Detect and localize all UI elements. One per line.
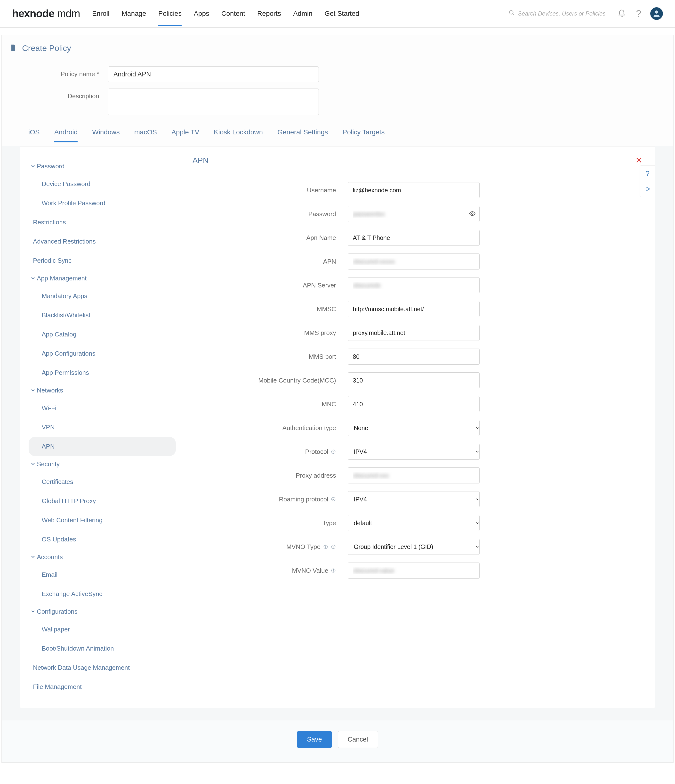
input-username[interactable] [348,182,479,198]
select-roaming-protocol[interactable]: IPV4 [348,491,479,507]
tab-general[interactable]: General Settings [277,124,328,142]
sidebar-group-configurations[interactable]: Configurations [29,604,176,620]
sidebar-item-wifi[interactable]: Wi-Fi [29,398,176,418]
input-apn[interactable] [348,254,479,269]
svg-point-0 [509,11,513,14]
save-button[interactable]: Save [297,731,332,748]
input-mnc[interactable] [348,396,479,412]
search-input[interactable] [518,10,610,17]
description-label: Description [13,89,108,100]
sidebar-item-periodic-sync[interactable]: Periodic Sync [29,251,176,270]
notifications-icon[interactable] [616,8,627,19]
sidebar-item-apn[interactable]: APN [29,437,176,456]
tab-appletv[interactable]: Apple TV [171,124,199,142]
panel-expand-icon[interactable] [640,181,655,197]
sidebar-item-email[interactable]: Email [29,565,176,584]
footer-bar: Save Cancel [2,720,673,762]
tab-windows[interactable]: Windows [92,124,120,142]
sidebar-item-app-catalog[interactable]: App Catalog [29,325,176,344]
svg-line-1 [512,14,514,15]
main-nav: Enroll Manage Policies Apps Content Repo… [92,1,359,26]
input-mms-proxy[interactable] [348,325,479,341]
sidebar-item-app-permissions[interactable]: App Permissions [29,363,176,382]
chevron-down-icon [31,460,36,468]
sidebar-item-exchange[interactable]: Exchange ActiveSync [29,584,176,604]
svg-point-9 [325,546,326,546]
sidebar-group-label: Security [37,460,60,468]
eye-icon[interactable] [469,210,476,218]
policy-name-input[interactable] [108,67,319,82]
label-password: Password [207,210,348,218]
sidebar-group-accounts[interactable]: Accounts [29,549,176,565]
sidebar-item-vpn[interactable]: VPN [29,418,176,437]
select-auth-type[interactable]: None [348,420,479,436]
cancel-button[interactable]: Cancel [338,731,378,748]
sidebar-group-app-management[interactable]: App Management [29,270,176,286]
nav-reports[interactable]: Reports [257,1,281,26]
sidebar-item-advanced-restrictions[interactable]: Advanced Restrictions [29,232,176,251]
side-tools: ? [639,165,655,197]
nav-apps[interactable]: Apps [194,1,209,26]
chevron-down-icon [31,387,36,394]
input-mcc[interactable] [348,372,479,388]
help-icon[interactable]: ? [633,8,644,19]
tab-macos[interactable]: macOS [134,124,157,142]
chevron-down-icon [31,553,36,561]
sidebar-group-label: Configurations [37,608,78,615]
svg-point-6 [332,498,335,501]
input-password[interactable] [348,206,479,222]
tab-android[interactable]: Android [54,124,78,142]
sidebar-item-mandatory-apps[interactable]: Mandatory Apps [29,286,176,306]
sidebar-item-work-profile-password[interactable]: Work Profile Password [29,194,176,213]
sidebar-group-password[interactable]: Password [29,158,176,174]
nav-content[interactable]: Content [221,1,245,26]
close-icon[interactable]: ✕ [635,155,642,165]
input-proxy-address[interactable] [348,467,479,484]
nav-manage[interactable]: Manage [122,1,146,26]
nav-get-started[interactable]: Get Started [325,1,359,26]
sidebar-item-device-password[interactable]: Device Password [29,174,176,194]
tab-targets[interactable]: Policy Targets [343,124,385,142]
sidebar-group-networks[interactable]: Networks [29,382,176,398]
content-wrap: Password Device Password Work Profile Pa… [20,146,655,708]
tab-ios[interactable]: iOS [28,124,40,142]
label-protocol: Protocol [207,448,348,456]
input-mvno-value[interactable] [348,563,479,579]
sidebar-item-app-configurations[interactable]: App Configurations [29,344,176,363]
label-mms-port: MMS port [207,353,348,361]
select-type[interactable]: default [348,515,479,531]
sidebar-item-web-filter[interactable]: Web Content Filtering [29,510,176,530]
input-mmsc[interactable] [348,301,479,317]
sidebar-item-http-proxy[interactable]: Global HTTP Proxy [29,492,176,510]
sidebar-item-boot-animation[interactable]: Boot/Shutdown Animation [29,639,176,658]
checkmark-icon [331,449,336,454]
form-panel: APN ✕ ? Username Password [180,146,655,708]
sidebar-group-security[interactable]: Security [29,456,176,472]
nav-admin[interactable]: Admin [293,1,312,26]
panel-help-icon[interactable]: ? [640,166,655,181]
select-protocol[interactable]: IPV4 [348,444,479,460]
sidebar-item-wallpaper[interactable]: Wallpaper [29,620,176,639]
nav-enroll[interactable]: Enroll [92,1,110,26]
input-apn-name[interactable] [348,230,479,246]
select-mvno-type[interactable]: Group Identifier Level 1 (GID) [348,539,479,555]
label-mvno-type: MVNO Type [207,543,348,551]
sidebar-item-network-data[interactable]: Network Data Usage Management [29,658,176,677]
sidebar-item-file-management[interactable]: File Management [29,677,176,697]
sidebar-group-label: Networks [37,387,63,394]
sidebar-item-restrictions[interactable]: Restrictions [29,213,176,232]
policy-sidebar: Password Device Password Work Profile Pa… [20,146,180,708]
input-mms-port[interactable] [348,348,479,365]
tab-kiosk[interactable]: Kiosk Lockdown [214,124,263,142]
input-apn-server[interactable] [348,277,479,293]
sidebar-item-blacklist[interactable]: Blacklist/Whitelist [29,306,176,325]
form-rows: Username Password Apn Name APN APN Serve… [192,182,642,579]
avatar[interactable] [650,7,663,20]
logo-light: mdm [54,8,80,19]
nav-policies[interactable]: Policies [158,1,182,26]
chevron-down-icon [31,275,36,282]
sidebar-item-certificates[interactable]: Certificates [29,472,176,492]
description-input[interactable] [108,89,319,115]
sidebar-item-os-updates[interactable]: OS Updates [29,530,176,549]
svg-point-10 [332,545,335,549]
